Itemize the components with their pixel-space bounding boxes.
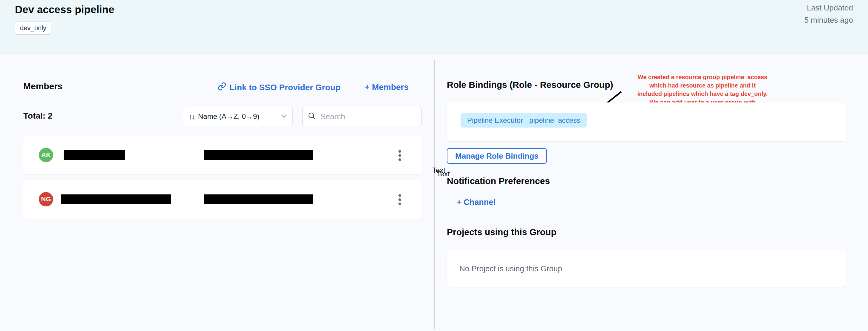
- last-updated-value: 5 minutes ago: [804, 14, 853, 26]
- last-updated: Last Updated 5 minutes ago: [804, 2, 853, 26]
- search-box: [302, 107, 422, 126]
- role-binding-chip[interactable]: Pipeline Executor - pipeline_access: [461, 113, 587, 127]
- redacted-member-name: [61, 194, 171, 204]
- notification-preferences-heading: Notification Preferences: [447, 176, 550, 186]
- user-group-detail-page: Dev access pipeline dev_only Last Update…: [0, 0, 868, 331]
- link-sso-provider-group-button[interactable]: Link to SSO Provider Group: [217, 82, 341, 93]
- add-members-button[interactable]: + Members: [365, 83, 409, 92]
- projects-card: No Project is using this Group: [447, 250, 846, 287]
- projects-heading: Projects using this Group: [447, 227, 556, 237]
- avatar: NG: [39, 192, 53, 206]
- member-options-kebab-icon[interactable]: [394, 193, 406, 206]
- member-row: AK: [23, 136, 422, 175]
- members-heading: Members: [23, 81, 63, 91]
- member-options-kebab-icon[interactable]: [394, 149, 406, 161]
- members-total: Total: 2: [23, 111, 52, 121]
- role-bindings-card: Pipeline Executor - pipeline_access: [447, 102, 846, 141]
- redacted-member-name: [64, 150, 125, 160]
- avatar: AK: [39, 148, 53, 162]
- chevron-down-icon: [281, 114, 287, 119]
- add-channel-button[interactable]: + Channel: [457, 198, 496, 207]
- search-input[interactable]: [320, 112, 417, 121]
- sort-arrows-icon: ↑↓: [188, 112, 194, 121]
- redacted-member-email: [204, 194, 313, 204]
- column-divider: [434, 60, 435, 329]
- group-tag-badge: dev_only: [15, 22, 51, 35]
- manage-role-bindings-button[interactable]: Manage Role Bindings: [447, 148, 547, 164]
- last-updated-label: Last Updated: [804, 2, 853, 14]
- search-icon: [307, 112, 316, 122]
- section-divider: [447, 213, 846, 213]
- link-sso-label: Link to SSO Provider Group: [229, 83, 341, 92]
- projects-empty-message: No Project is using this Group: [459, 264, 562, 273]
- page-title: Dev access pipeline: [15, 4, 115, 16]
- member-row: NG: [23, 180, 422, 219]
- page-header: Dev access pipeline dev_only Last Update…: [0, 0, 868, 54]
- link-icon: [217, 82, 226, 93]
- sort-selected-value: Name (A→Z, 0→9): [198, 112, 278, 121]
- redacted-member-email: [204, 150, 313, 160]
- sort-dropdown[interactable]: ↑↓ Name (A→Z, 0→9): [183, 107, 293, 126]
